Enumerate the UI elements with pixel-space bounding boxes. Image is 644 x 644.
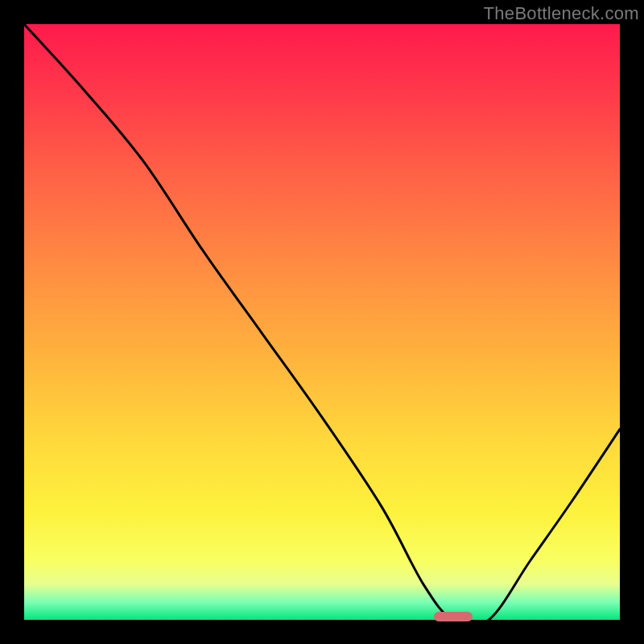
optimal-range-marker bbox=[434, 612, 473, 621]
watermark-text: TheBottleneck.com bbox=[484, 3, 639, 24]
plot-area bbox=[24, 24, 620, 620]
chart-frame: TheBottleneck.com bbox=[0, 0, 644, 644]
bottleneck-curve bbox=[24, 24, 620, 620]
curve-path bbox=[24, 24, 620, 625]
